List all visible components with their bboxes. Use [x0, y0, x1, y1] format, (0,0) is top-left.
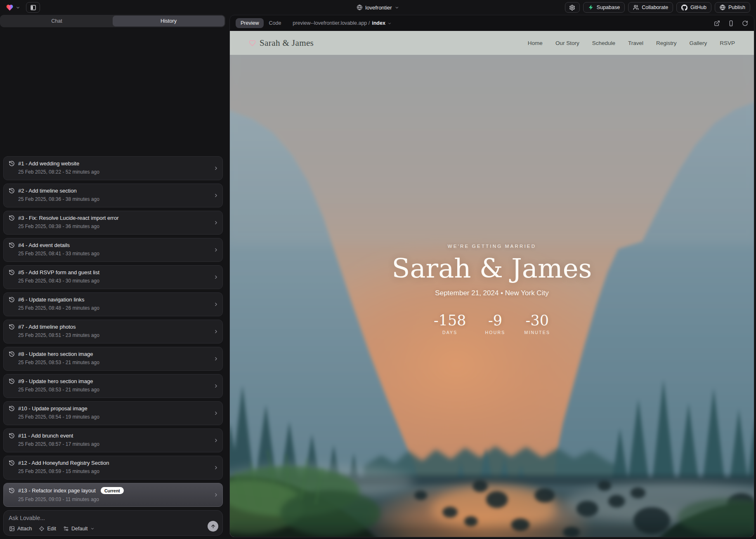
- chevron-right-icon: [213, 492, 219, 498]
- history-item[interactable]: #5 - Add RSVP form and guest list 25 Feb…: [3, 265, 223, 289]
- attach-button[interactable]: Attach: [9, 526, 32, 532]
- refresh-button[interactable]: [742, 20, 748, 26]
- lovable-logo-icon[interactable]: [6, 4, 14, 12]
- tab-chat[interactable]: Chat: [1, 16, 113, 26]
- history-item-title: #10 - Update proposal image: [18, 405, 87, 412]
- app-window: lovefrontier Supabase Collaborate Git: [0, 0, 756, 539]
- project-name: lovefrontier: [365, 5, 392, 11]
- history-item-timestamp: 25 Feb 2025, 08:48 - 26 minutes ago: [18, 305, 210, 311]
- locate-icon: [39, 526, 45, 532]
- preview-url-selector[interactable]: preview--lovefrontier.lovable.app / inde…: [293, 20, 392, 26]
- history-item[interactable]: #11 - Add brunch event 25 Feb 2025, 08:5…: [3, 428, 223, 452]
- settings-button[interactable]: [565, 2, 580, 13]
- globe-icon: [357, 5, 362, 10]
- supabase-icon: [588, 5, 594, 10]
- history-icon: [9, 269, 15, 275]
- panel-left-icon: [30, 5, 36, 11]
- history-item[interactable]: #4 - Add event details 25 Feb 2025, 08:4…: [3, 238, 223, 262]
- smartphone-icon: [728, 20, 734, 26]
- supabase-button[interactable]: Supabase: [583, 2, 625, 13]
- history-icon: [9, 160, 15, 167]
- countdown-unit: -158 DAYS: [434, 312, 466, 335]
- tab-code[interactable]: Code: [264, 18, 286, 28]
- refresh-icon: [742, 20, 748, 26]
- chevron-right-icon: [213, 193, 219, 198]
- workspace-chevron-down-icon[interactable]: [16, 5, 20, 10]
- project-chevron-down-icon: [395, 5, 399, 10]
- history-item-title: #11 - Add brunch event: [18, 433, 73, 439]
- topbar: lovefrontier Supabase Collaborate Git: [0, 0, 756, 15]
- preview-url: preview--lovefrontier.lovable.app /: [293, 20, 370, 26]
- history-item-title: #6 - Update navigation links: [18, 297, 84, 303]
- history-item[interactable]: #7 - Add timeline photos 25 Feb 2025, 08…: [3, 320, 223, 344]
- site-header: Sarah & James HomeOur StoryScheduleTrave…: [230, 31, 754, 55]
- hero-date: September 21, 2024 • New York City: [230, 289, 754, 297]
- open-external-button[interactable]: [714, 20, 720, 26]
- site-nav-link[interactable]: Schedule: [592, 40, 615, 46]
- countdown-unit: -30 MINUTES: [524, 312, 550, 335]
- history-item[interactable]: #9 - Update hero section image 25 Feb 20…: [3, 374, 223, 398]
- history-item-title: #1 - Add wedding website: [18, 160, 79, 167]
- gear-icon: [569, 5, 575, 11]
- mode-select[interactable]: Default: [63, 526, 94, 532]
- history-item[interactable]: #10 - Update proposal image 25 Feb 2025,…: [3, 401, 223, 425]
- preview-toolbar: Preview Code preview--lovefrontier.lovab…: [230, 15, 754, 31]
- tab-preview[interactable]: Preview: [236, 18, 264, 28]
- history-item[interactable]: #2 - Add timeline section 25 Feb 2025, 0…: [3, 184, 223, 207]
- history-item-timestamp: 25 Feb 2025, 08:57 - 17 minutes ago: [18, 441, 210, 447]
- site-logo[interactable]: Sarah & James: [249, 38, 314, 48]
- history-item-title: #13 - Refactor index page layout: [18, 487, 96, 494]
- site-nav-link[interactable]: Gallery: [689, 40, 707, 46]
- history-icon: [9, 215, 15, 221]
- publish-button[interactable]: Publish: [715, 2, 750, 13]
- image-icon: [9, 526, 15, 532]
- site-nav-link[interactable]: Home: [528, 40, 543, 46]
- hero-title: Sarah & James: [230, 255, 754, 282]
- tab-history[interactable]: History: [113, 16, 224, 26]
- history-icon: [9, 433, 15, 439]
- collaborate-button[interactable]: Collaborate: [628, 2, 673, 13]
- history-item-timestamp: 25 Feb 2025, 08:59 - 15 minutes ago: [18, 468, 210, 474]
- preview-pane: Preview Code preview--lovefrontier.lovab…: [229, 15, 754, 537]
- history-icon: [9, 378, 15, 384]
- site-nav-link[interactable]: Travel: [628, 40, 643, 46]
- site-nav-link[interactable]: RSVP: [720, 40, 735, 46]
- chevron-right-icon: [213, 275, 219, 280]
- chevron-down-icon: [90, 527, 94, 531]
- history-item[interactable]: #6 - Update navigation links 25 Feb 2025…: [3, 292, 223, 316]
- countdown-value: -30: [524, 312, 550, 329]
- site-logo-text: Sarah & James: [260, 38, 314, 48]
- site-nav: HomeOur StoryScheduleTravelRegistryGalle…: [528, 40, 735, 46]
- history-item[interactable]: #8 - Update hero section image 25 Feb 20…: [3, 347, 223, 371]
- site-nav-link[interactable]: Registry: [656, 40, 677, 46]
- history-icon: [9, 188, 15, 194]
- chevron-right-icon: [213, 384, 219, 389]
- site-preview: Sarah & James HomeOur StoryScheduleTrave…: [230, 31, 754, 537]
- mobile-view-button[interactable]: [728, 20, 734, 26]
- site-nav-link[interactable]: Our Story: [555, 40, 579, 46]
- current-badge: Current: [101, 487, 124, 494]
- sidebar-tabbar: Chat History: [0, 15, 225, 27]
- history-item[interactable]: #12 - Add Honeyfund Registry Section 25 …: [3, 456, 223, 480]
- chevron-right-icon: [213, 166, 219, 171]
- history-icon: [9, 405, 15, 412]
- history-item-timestamp: 25 Feb 2025, 09:03 - 11 minutes ago: [18, 497, 210, 502]
- history-item[interactable]: #13 - Refactor index page layout Current…: [3, 483, 223, 507]
- chevron-right-icon: [213, 247, 219, 253]
- history-item-timestamp: 25 Feb 2025, 08:41 - 33 minutes ago: [18, 251, 210, 257]
- project-switcher[interactable]: lovefrontier: [357, 0, 399, 15]
- chat-composer: Ask Lovable... Attach Edit Default: [3, 510, 223, 536]
- send-button[interactable]: [208, 521, 218, 532]
- chevron-right-icon: [213, 465, 219, 471]
- history-item[interactable]: #1 - Add wedding website 25 Feb 2025, 08…: [3, 156, 223, 180]
- edit-button[interactable]: Edit: [39, 526, 56, 532]
- chevron-right-icon: [213, 302, 219, 307]
- countdown-label: MINUTES: [524, 330, 550, 335]
- chevron-right-icon: [213, 438, 219, 443]
- github-button[interactable]: GitHub: [676, 2, 711, 13]
- history-item[interactable]: #3 - Fix: Resolve Lucide-react import er…: [3, 211, 223, 235]
- chat-input[interactable]: Ask Lovable...: [9, 515, 217, 521]
- toggle-sidebar-button[interactable]: [26, 2, 40, 13]
- history-item-timestamp: 25 Feb 2025, 08:53 - 21 minutes ago: [18, 387, 210, 393]
- url-chevron-down-icon: [387, 21, 392, 26]
